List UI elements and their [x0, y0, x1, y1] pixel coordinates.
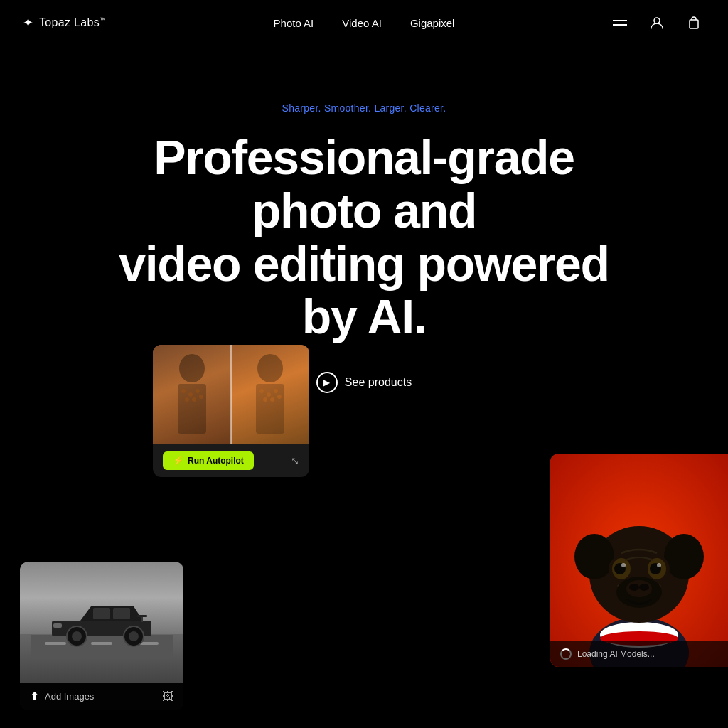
- menu-icon[interactable]: [609, 11, 631, 34]
- svg-point-8: [192, 397, 196, 402]
- car-card: ⬆ Add Images 🖼: [20, 562, 183, 710]
- svg-rect-29: [141, 616, 143, 622]
- loading-label: Loading AI Models...: [577, 649, 655, 659]
- crop-icon[interactable]: ⤡: [291, 455, 299, 466]
- nav-link-video-ai[interactable]: Video AI: [342, 17, 382, 29]
- svg-rect-23: [93, 608, 110, 619]
- svg-point-7: [185, 397, 189, 402]
- run-autopilot-button[interactable]: ⚡ Run Autopilot: [163, 451, 254, 470]
- svg-point-17: [277, 395, 282, 399]
- add-images-label: Add Images: [45, 691, 94, 702]
- svg-rect-18: [31, 635, 173, 658]
- car-svg: [31, 587, 173, 658]
- hero-title: Professional-grade photo and video editi…: [87, 131, 641, 343]
- car-scene: [20, 562, 183, 682]
- hero-tagline: Sharper. Smoother. Larger. Clearer.: [282, 102, 446, 114]
- nav-link-photo-ai[interactable]: Photo AI: [274, 17, 314, 29]
- lightning-icon: ⚡: [173, 456, 183, 466]
- logo-text: Topaz Labs™: [39, 16, 106, 29]
- svg-rect-30: [137, 615, 147, 617]
- editor-toolbar: ⚡ Run Autopilot ⤡: [153, 444, 309, 477]
- pug-card-footer: Loading AI Models...: [550, 641, 728, 667]
- svg-point-45: [621, 563, 626, 567]
- svg-rect-31: [53, 623, 62, 628]
- svg-point-46: [657, 563, 661, 567]
- svg-rect-1: [690, 20, 698, 28]
- pug-card: Loading AI Models...: [550, 454, 728, 667]
- svg-point-16: [270, 397, 274, 402]
- svg-point-9: [199, 395, 203, 399]
- image-icon: 🖼: [162, 690, 173, 703]
- svg-point-38: [664, 534, 704, 579]
- upload-icon: ⬆: [30, 690, 39, 703]
- car-image: [20, 562, 183, 682]
- nav-icons: [609, 11, 705, 34]
- account-icon[interactable]: [646, 11, 668, 34]
- svg-point-28: [129, 631, 139, 641]
- svg-point-26: [72, 631, 82, 641]
- svg-point-37: [574, 534, 614, 579]
- see-products-icon: ▶: [316, 372, 338, 393]
- svg-point-49: [629, 584, 639, 591]
- svg-point-50: [639, 584, 649, 591]
- hero-section: Sharper. Smoother. Larger. Clearer. Prof…: [0, 46, 728, 393]
- pug-image: Loading AI Models...: [550, 454, 728, 667]
- nav-links: Photo AI Video AI Gigapixel: [274, 17, 455, 29]
- svg-point-15: [263, 397, 267, 402]
- navbar: ✦ Topaz Labs™ Photo AI Video AI Gigapixe…: [0, 0, 728, 46]
- cart-icon[interactable]: [682, 11, 705, 34]
- svg-point-0: [654, 18, 660, 23]
- see-products-button[interactable]: ▶ See products: [316, 372, 412, 393]
- svg-rect-19: [45, 642, 66, 645]
- car-card-footer: ⬆ Add Images 🖼: [20, 682, 183, 710]
- loading-spinner: [560, 648, 572, 660]
- pug-svg: [550, 454, 728, 667]
- svg-rect-20: [91, 642, 112, 645]
- logo-icon: ✦: [23, 15, 33, 31]
- nav-link-gigapixel[interactable]: Gigapixel: [410, 17, 455, 29]
- logo[interactable]: ✦ Topaz Labs™: [23, 15, 106, 31]
- svg-rect-24: [113, 608, 130, 619]
